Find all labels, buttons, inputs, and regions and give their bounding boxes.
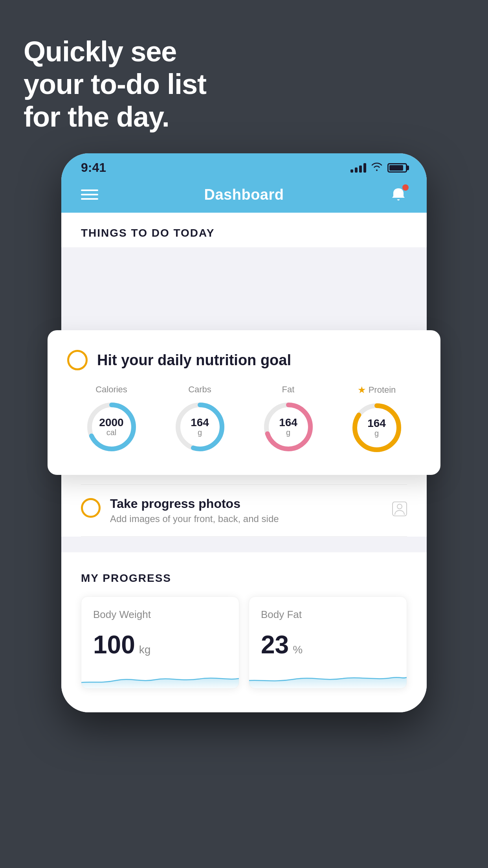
nav-title: Dashboard (204, 186, 284, 203)
todo-item-photos[interactable]: Take progress photos Add images of your … (81, 485, 407, 537)
progress-cards-container: Body Weight 100 kg (81, 596, 407, 689)
progress-value-row-bodyfat: 23 % (261, 630, 395, 659)
progress-card-bodyfat-title: Body Fat (261, 609, 395, 621)
progress-section-title: MY PROGRESS (81, 572, 407, 585)
nutrition-circles: Calories 2000 cal Carbs 1 (67, 384, 421, 455)
todo-title-photos: Take progress photos (110, 497, 407, 511)
progress-value-row-weight: 100 kg (93, 630, 227, 659)
svg-point-6 (397, 504, 402, 509)
headline-line3: for the day. (24, 101, 206, 133)
carbs-donut: 164 g (172, 399, 227, 454)
todo-text-photos: Take progress photos Add images of your … (110, 497, 407, 524)
menu-button[interactable] (81, 189, 98, 200)
carbs-value: 164 (191, 417, 209, 428)
headline: Quickly see your to-do list for the day. (24, 35, 206, 133)
bodyfat-unit: % (293, 644, 303, 656)
fat-unit: g (279, 428, 297, 437)
notification-dot (402, 184, 409, 191)
protein-label: Protein (369, 385, 396, 395)
nutrition-calories: Calories 2000 cal (84, 384, 139, 454)
nutrition-protein: ★ Protein 164 g (349, 384, 404, 455)
bodyfat-chart (249, 669, 407, 688)
weight-unit: kg (139, 644, 151, 656)
progress-card-weight[interactable]: Body Weight 100 kg (81, 596, 239, 689)
status-icons (350, 162, 407, 174)
highlight-circle-check (67, 350, 88, 370)
notification-bell[interactable] (390, 186, 407, 203)
calories-value: 2000 (99, 417, 123, 428)
progress-card-weight-title: Body Weight (93, 609, 227, 621)
nutrition-fat: Fat 164 g (261, 384, 316, 454)
weight-value: 100 (93, 630, 135, 659)
highlight-card-title: Hit your daily nutrition goal (97, 352, 291, 369)
fat-value: 164 (279, 417, 297, 428)
carbs-label: Carbs (188, 384, 211, 395)
todo-check-photos (81, 498, 101, 518)
person-icon (392, 501, 407, 520)
calories-donut: 2000 cal (84, 399, 139, 454)
highlight-card-header: Hit your daily nutrition goal (67, 350, 421, 370)
status-bar: 9:41 (61, 153, 427, 178)
fat-label: Fat (282, 384, 295, 395)
protein-value: 164 (367, 418, 386, 429)
calories-unit: cal (99, 428, 123, 437)
headline-line2: your to-do list (24, 68, 206, 101)
calories-label: Calories (95, 384, 127, 395)
bodyfat-value: 23 (261, 630, 289, 659)
battery-icon (387, 163, 407, 173)
fat-donut: 164 g (261, 399, 316, 454)
headline-line1: Quickly see (24, 35, 206, 68)
weight-chart (81, 669, 239, 688)
highlight-card: Hit your daily nutrition goal Calories 2… (48, 330, 440, 475)
nutrition-carbs: Carbs 164 g (172, 384, 227, 454)
progress-card-bodyfat[interactable]: Body Fat 23 % (249, 596, 407, 689)
protein-unit: g (367, 429, 386, 438)
progress-section: MY PROGRESS Body Weight 100 kg (61, 552, 427, 712)
protein-donut: 164 g (349, 400, 404, 455)
todo-subtitle-photos: Add images of your front, back, and side (110, 513, 407, 524)
things-to-do-title: THINGS TO DO TODAY (81, 227, 407, 239)
signal-icon (350, 163, 366, 173)
carbs-unit: g (191, 428, 209, 437)
status-time: 9:41 (81, 160, 106, 175)
things-to-do-section: THINGS TO DO TODAY (61, 213, 427, 247)
nav-bar: Dashboard (61, 178, 427, 213)
protein-label-row: ★ Protein (358, 384, 396, 395)
protein-star-icon: ★ (358, 384, 366, 395)
wifi-icon (371, 162, 383, 174)
